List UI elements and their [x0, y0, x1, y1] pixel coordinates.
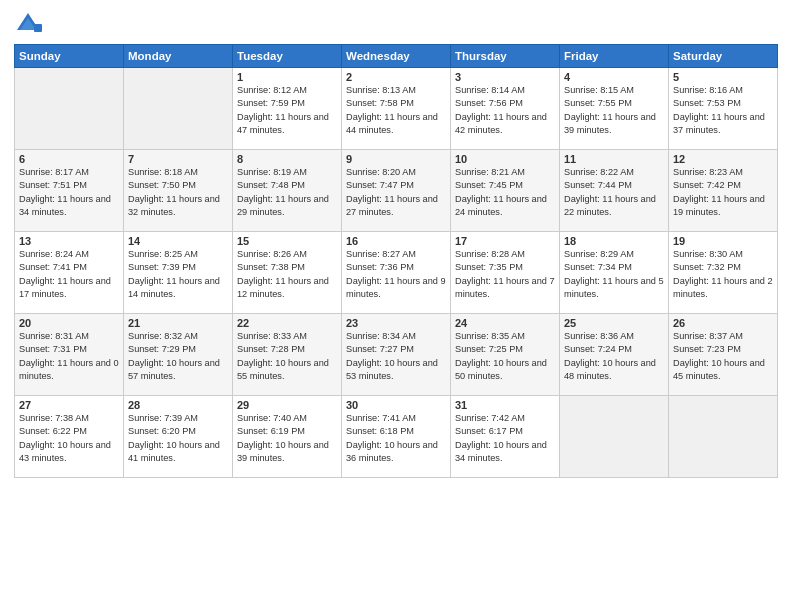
calendar-header: SundayMondayTuesdayWednesdayThursdayFrid… — [15, 45, 778, 68]
calendar-cell: 17Sunrise: 8:28 AM Sunset: 7:35 PM Dayli… — [451, 232, 560, 314]
day-info: Sunrise: 8:32 AM Sunset: 7:29 PM Dayligh… — [128, 330, 228, 383]
calendar-cell — [124, 68, 233, 150]
day-info: Sunrise: 8:26 AM Sunset: 7:38 PM Dayligh… — [237, 248, 337, 301]
day-info: Sunrise: 8:22 AM Sunset: 7:44 PM Dayligh… — [564, 166, 664, 219]
calendar-cell — [560, 396, 669, 478]
day-info: Sunrise: 8:17 AM Sunset: 7:51 PM Dayligh… — [19, 166, 119, 219]
day-number: 4 — [564, 71, 664, 83]
day-number: 26 — [673, 317, 773, 329]
day-number: 29 — [237, 399, 337, 411]
calendar-cell — [15, 68, 124, 150]
calendar-cell — [669, 396, 778, 478]
day-info: Sunrise: 8:15 AM Sunset: 7:55 PM Dayligh… — [564, 84, 664, 137]
calendar-week-row: 1Sunrise: 8:12 AM Sunset: 7:59 PM Daylig… — [15, 68, 778, 150]
calendar-cell: 2Sunrise: 8:13 AM Sunset: 7:58 PM Daylig… — [342, 68, 451, 150]
day-info: Sunrise: 7:42 AM Sunset: 6:17 PM Dayligh… — [455, 412, 555, 465]
day-number: 14 — [128, 235, 228, 247]
day-number: 28 — [128, 399, 228, 411]
calendar-cell: 11Sunrise: 8:22 AM Sunset: 7:44 PM Dayli… — [560, 150, 669, 232]
day-number: 16 — [346, 235, 446, 247]
day-info: Sunrise: 7:39 AM Sunset: 6:20 PM Dayligh… — [128, 412, 228, 465]
day-info: Sunrise: 7:40 AM Sunset: 6:19 PM Dayligh… — [237, 412, 337, 465]
day-number: 15 — [237, 235, 337, 247]
day-info: Sunrise: 8:19 AM Sunset: 7:48 PM Dayligh… — [237, 166, 337, 219]
day-info: Sunrise: 8:34 AM Sunset: 7:27 PM Dayligh… — [346, 330, 446, 383]
calendar-cell: 3Sunrise: 8:14 AM Sunset: 7:56 PM Daylig… — [451, 68, 560, 150]
day-number: 3 — [455, 71, 555, 83]
day-info: Sunrise: 8:24 AM Sunset: 7:41 PM Dayligh… — [19, 248, 119, 301]
calendar-cell: 22Sunrise: 8:33 AM Sunset: 7:28 PM Dayli… — [233, 314, 342, 396]
calendar-cell: 7Sunrise: 8:18 AM Sunset: 7:50 PM Daylig… — [124, 150, 233, 232]
calendar-week-row: 13Sunrise: 8:24 AM Sunset: 7:41 PM Dayli… — [15, 232, 778, 314]
calendar-week-row: 27Sunrise: 7:38 AM Sunset: 6:22 PM Dayli… — [15, 396, 778, 478]
calendar-cell: 6Sunrise: 8:17 AM Sunset: 7:51 PM Daylig… — [15, 150, 124, 232]
weekday-header: Wednesday — [342, 45, 451, 68]
calendar-cell: 5Sunrise: 8:16 AM Sunset: 7:53 PM Daylig… — [669, 68, 778, 150]
calendar-cell: 9Sunrise: 8:20 AM Sunset: 7:47 PM Daylig… — [342, 150, 451, 232]
header — [14, 10, 778, 38]
calendar-body: 1Sunrise: 8:12 AM Sunset: 7:59 PM Daylig… — [15, 68, 778, 478]
day-number: 13 — [19, 235, 119, 247]
day-number: 19 — [673, 235, 773, 247]
calendar-cell: 24Sunrise: 8:35 AM Sunset: 7:25 PM Dayli… — [451, 314, 560, 396]
day-number: 24 — [455, 317, 555, 329]
calendar-cell: 14Sunrise: 8:25 AM Sunset: 7:39 PM Dayli… — [124, 232, 233, 314]
day-number: 1 — [237, 71, 337, 83]
calendar-cell: 29Sunrise: 7:40 AM Sunset: 6:19 PM Dayli… — [233, 396, 342, 478]
day-number: 22 — [237, 317, 337, 329]
day-number: 23 — [346, 317, 446, 329]
calendar-cell: 23Sunrise: 8:34 AM Sunset: 7:27 PM Dayli… — [342, 314, 451, 396]
day-info: Sunrise: 8:29 AM Sunset: 7:34 PM Dayligh… — [564, 248, 664, 301]
calendar-cell: 8Sunrise: 8:19 AM Sunset: 7:48 PM Daylig… — [233, 150, 342, 232]
calendar-cell: 1Sunrise: 8:12 AM Sunset: 7:59 PM Daylig… — [233, 68, 342, 150]
day-number: 27 — [19, 399, 119, 411]
weekday-header: Sunday — [15, 45, 124, 68]
day-number: 25 — [564, 317, 664, 329]
day-info: Sunrise: 7:38 AM Sunset: 6:22 PM Dayligh… — [19, 412, 119, 465]
day-info: Sunrise: 8:27 AM Sunset: 7:36 PM Dayligh… — [346, 248, 446, 301]
weekday-header: Monday — [124, 45, 233, 68]
day-info: Sunrise: 8:16 AM Sunset: 7:53 PM Dayligh… — [673, 84, 773, 137]
weekday-header: Thursday — [451, 45, 560, 68]
day-info: Sunrise: 8:37 AM Sunset: 7:23 PM Dayligh… — [673, 330, 773, 383]
calendar-cell: 15Sunrise: 8:26 AM Sunset: 7:38 PM Dayli… — [233, 232, 342, 314]
calendar-cell: 4Sunrise: 8:15 AM Sunset: 7:55 PM Daylig… — [560, 68, 669, 150]
day-number: 30 — [346, 399, 446, 411]
page: SundayMondayTuesdayWednesdayThursdayFrid… — [0, 0, 792, 612]
day-info: Sunrise: 8:21 AM Sunset: 7:45 PM Dayligh… — [455, 166, 555, 219]
day-number: 7 — [128, 153, 228, 165]
day-info: Sunrise: 8:18 AM Sunset: 7:50 PM Dayligh… — [128, 166, 228, 219]
calendar-cell: 30Sunrise: 7:41 AM Sunset: 6:18 PM Dayli… — [342, 396, 451, 478]
weekday-header: Saturday — [669, 45, 778, 68]
logo — [14, 10, 46, 38]
calendar-cell: 12Sunrise: 8:23 AM Sunset: 7:42 PM Dayli… — [669, 150, 778, 232]
day-number: 11 — [564, 153, 664, 165]
calendar-cell: 13Sunrise: 8:24 AM Sunset: 7:41 PM Dayli… — [15, 232, 124, 314]
calendar-cell: 28Sunrise: 7:39 AM Sunset: 6:20 PM Dayli… — [124, 396, 233, 478]
day-number: 10 — [455, 153, 555, 165]
day-info: Sunrise: 8:30 AM Sunset: 7:32 PM Dayligh… — [673, 248, 773, 301]
day-number: 2 — [346, 71, 446, 83]
calendar-cell: 26Sunrise: 8:37 AM Sunset: 7:23 PM Dayli… — [669, 314, 778, 396]
day-number: 6 — [19, 153, 119, 165]
calendar-cell: 18Sunrise: 8:29 AM Sunset: 7:34 PM Dayli… — [560, 232, 669, 314]
calendar-cell: 21Sunrise: 8:32 AM Sunset: 7:29 PM Dayli… — [124, 314, 233, 396]
weekday-row: SundayMondayTuesdayWednesdayThursdayFrid… — [15, 45, 778, 68]
calendar-cell: 16Sunrise: 8:27 AM Sunset: 7:36 PM Dayli… — [342, 232, 451, 314]
calendar-week-row: 20Sunrise: 8:31 AM Sunset: 7:31 PM Dayli… — [15, 314, 778, 396]
day-number: 18 — [564, 235, 664, 247]
day-number: 17 — [455, 235, 555, 247]
day-info: Sunrise: 8:28 AM Sunset: 7:35 PM Dayligh… — [455, 248, 555, 301]
calendar-week-row: 6Sunrise: 8:17 AM Sunset: 7:51 PM Daylig… — [15, 150, 778, 232]
day-info: Sunrise: 8:36 AM Sunset: 7:24 PM Dayligh… — [564, 330, 664, 383]
day-info: Sunrise: 7:41 AM Sunset: 6:18 PM Dayligh… — [346, 412, 446, 465]
day-number: 31 — [455, 399, 555, 411]
day-info: Sunrise: 8:35 AM Sunset: 7:25 PM Dayligh… — [455, 330, 555, 383]
svg-rect-2 — [34, 24, 42, 32]
calendar-cell: 25Sunrise: 8:36 AM Sunset: 7:24 PM Dayli… — [560, 314, 669, 396]
logo-icon — [14, 10, 42, 38]
weekday-header: Friday — [560, 45, 669, 68]
calendar-cell: 27Sunrise: 7:38 AM Sunset: 6:22 PM Dayli… — [15, 396, 124, 478]
day-number: 8 — [237, 153, 337, 165]
day-number: 20 — [19, 317, 119, 329]
